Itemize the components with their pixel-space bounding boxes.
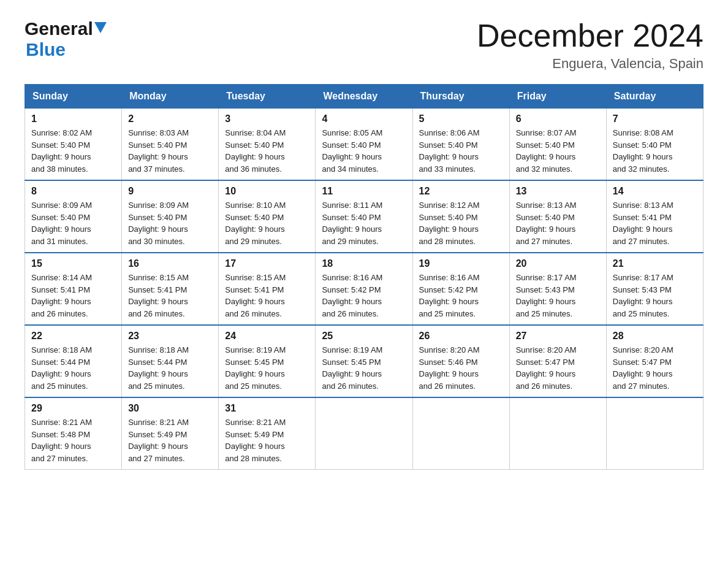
calendar-header: Sunday Monday Tuesday Wednesday Thursday… — [25, 85, 703, 109]
calendar-cell: 12Sunrise: 8:12 AMSunset: 5:40 PMDayligh… — [412, 180, 509, 253]
calendar-cell: 7Sunrise: 8:08 AMSunset: 5:40 PMDaylight… — [606, 109, 703, 181]
calendar-cell: 5Sunrise: 8:06 AMSunset: 5:40 PMDaylight… — [412, 109, 509, 181]
title-area: December 2024 Enguera, Valencia, Spain — [477, 18, 703, 72]
day-info: Sunrise: 8:20 AMSunset: 5:46 PMDaylight:… — [419, 344, 503, 392]
day-number: 17 — [225, 258, 309, 269]
day-number: 27 — [516, 331, 600, 342]
calendar-cell: 19Sunrise: 8:16 AMSunset: 5:42 PMDayligh… — [412, 253, 509, 325]
calendar-cell: 29Sunrise: 8:21 AMSunset: 5:48 PMDayligh… — [25, 397, 122, 470]
calendar-cell: 11Sunrise: 8:11 AMSunset: 5:40 PMDayligh… — [316, 180, 412, 253]
day-number: 16 — [128, 258, 212, 269]
logo-arrow-icon — [94, 22, 107, 36]
calendar-cell: 17Sunrise: 8:15 AMSunset: 5:41 PMDayligh… — [219, 253, 316, 325]
calendar-cell — [606, 397, 703, 470]
day-number: 12 — [419, 186, 503, 197]
logo-blue-text: Blue — [26, 39, 66, 60]
day-number: 15 — [31, 258, 115, 269]
day-info: Sunrise: 8:18 AMSunset: 5:44 PMDaylight:… — [31, 344, 115, 392]
day-number: 1 — [31, 113, 115, 124]
col-wednesday: Wednesday — [316, 85, 412, 109]
day-info: Sunrise: 8:21 AMSunset: 5:48 PMDaylight:… — [31, 416, 115, 464]
calendar-cell: 27Sunrise: 8:20 AMSunset: 5:47 PMDayligh… — [509, 325, 606, 397]
day-number: 11 — [322, 186, 406, 197]
day-number: 20 — [516, 258, 600, 269]
day-info: Sunrise: 8:15 AMSunset: 5:41 PMDaylight:… — [128, 272, 212, 320]
day-info: Sunrise: 8:16 AMSunset: 5:42 PMDaylight:… — [419, 272, 503, 320]
day-number: 23 — [128, 331, 212, 342]
day-info: Sunrise: 8:16 AMSunset: 5:42 PMDaylight:… — [322, 272, 406, 320]
day-number: 31 — [225, 403, 309, 414]
calendar-cell: 24Sunrise: 8:19 AMSunset: 5:45 PMDayligh… — [219, 325, 316, 397]
day-info: Sunrise: 8:14 AMSunset: 5:41 PMDaylight:… — [31, 272, 115, 320]
calendar-cell: 4Sunrise: 8:05 AMSunset: 5:40 PMDaylight… — [316, 109, 412, 181]
day-number: 6 — [516, 113, 600, 124]
location-subtitle: Enguera, Valencia, Spain — [477, 56, 703, 72]
calendar-cell: 3Sunrise: 8:04 AMSunset: 5:40 PMDaylight… — [219, 109, 316, 181]
calendar-week-3: 15Sunrise: 8:14 AMSunset: 5:41 PMDayligh… — [25, 253, 703, 325]
header-row: Sunday Monday Tuesday Wednesday Thursday… — [25, 85, 703, 109]
col-tuesday: Tuesday — [219, 85, 316, 109]
day-number: 29 — [31, 403, 115, 414]
day-number: 2 — [128, 113, 212, 124]
col-friday: Friday — [509, 85, 606, 109]
day-info: Sunrise: 8:02 AMSunset: 5:40 PMDaylight:… — [31, 127, 115, 175]
svg-marker-0 — [94, 22, 107, 33]
calendar-cell: 10Sunrise: 8:10 AMSunset: 5:40 PMDayligh… — [219, 180, 316, 253]
day-info: Sunrise: 8:18 AMSunset: 5:44 PMDaylight:… — [128, 344, 212, 392]
calendar-cell: 23Sunrise: 8:18 AMSunset: 5:44 PMDayligh… — [122, 325, 219, 397]
month-title: December 2024 — [477, 18, 703, 53]
day-info: Sunrise: 8:12 AMSunset: 5:40 PMDaylight:… — [419, 199, 503, 247]
day-number: 26 — [419, 331, 503, 342]
day-number: 4 — [322, 113, 406, 124]
calendar-cell: 30Sunrise: 8:21 AMSunset: 5:49 PMDayligh… — [122, 397, 219, 470]
calendar-cell: 9Sunrise: 8:09 AMSunset: 5:40 PMDaylight… — [122, 180, 219, 253]
logo-general-text: General — [25, 18, 93, 39]
day-number: 8 — [31, 186, 115, 197]
calendar-cell: 22Sunrise: 8:18 AMSunset: 5:44 PMDayligh… — [25, 325, 122, 397]
calendar-table: Sunday Monday Tuesday Wednesday Thursday… — [25, 84, 703, 470]
calendar-cell — [509, 397, 606, 470]
page-header: General Blue December 2024 Enguera, Vale… — [25, 18, 703, 72]
day-info: Sunrise: 8:08 AMSunset: 5:40 PMDaylight:… — [613, 127, 697, 175]
day-info: Sunrise: 8:21 AMSunset: 5:49 PMDaylight:… — [128, 416, 212, 464]
calendar-week-2: 8Sunrise: 8:09 AMSunset: 5:40 PMDaylight… — [25, 180, 703, 253]
calendar-cell: 8Sunrise: 8:09 AMSunset: 5:40 PMDaylight… — [25, 180, 122, 253]
day-number: 21 — [613, 258, 697, 269]
calendar-cell: 18Sunrise: 8:16 AMSunset: 5:42 PMDayligh… — [316, 253, 412, 325]
day-info: Sunrise: 8:11 AMSunset: 5:40 PMDaylight:… — [322, 199, 406, 247]
day-number: 14 — [613, 186, 697, 197]
day-info: Sunrise: 8:19 AMSunset: 5:45 PMDaylight:… — [322, 344, 406, 392]
calendar-cell — [316, 397, 412, 470]
day-number: 3 — [225, 113, 309, 124]
calendar-cell: 31Sunrise: 8:21 AMSunset: 5:49 PMDayligh… — [219, 397, 316, 470]
day-info: Sunrise: 8:03 AMSunset: 5:40 PMDaylight:… — [128, 127, 212, 175]
day-info: Sunrise: 8:09 AMSunset: 5:40 PMDaylight:… — [128, 199, 212, 247]
calendar-cell: 6Sunrise: 8:07 AMSunset: 5:40 PMDaylight… — [509, 109, 606, 181]
day-info: Sunrise: 8:15 AMSunset: 5:41 PMDaylight:… — [225, 272, 309, 320]
col-sunday: Sunday — [25, 85, 122, 109]
calendar-cell: 16Sunrise: 8:15 AMSunset: 5:41 PMDayligh… — [122, 253, 219, 325]
calendar-cell — [412, 397, 509, 470]
calendar-cell: 25Sunrise: 8:19 AMSunset: 5:45 PMDayligh… — [316, 325, 412, 397]
day-number: 22 — [31, 331, 115, 342]
day-info: Sunrise: 8:06 AMSunset: 5:40 PMDaylight:… — [419, 127, 503, 175]
day-number: 30 — [128, 403, 212, 414]
logo: General Blue — [25, 18, 107, 60]
day-info: Sunrise: 8:10 AMSunset: 5:40 PMDaylight:… — [225, 199, 309, 247]
day-info: Sunrise: 8:09 AMSunset: 5:40 PMDaylight:… — [31, 199, 115, 247]
calendar-body: 1Sunrise: 8:02 AMSunset: 5:40 PMDaylight… — [25, 109, 703, 470]
day-info: Sunrise: 8:13 AMSunset: 5:40 PMDaylight:… — [516, 199, 600, 247]
day-number: 9 — [128, 186, 212, 197]
day-info: Sunrise: 8:05 AMSunset: 5:40 PMDaylight:… — [322, 127, 406, 175]
day-number: 10 — [225, 186, 309, 197]
calendar-cell: 13Sunrise: 8:13 AMSunset: 5:40 PMDayligh… — [509, 180, 606, 253]
day-number: 5 — [419, 113, 503, 124]
day-number: 7 — [613, 113, 697, 124]
col-saturday: Saturday — [606, 85, 703, 109]
calendar-cell: 26Sunrise: 8:20 AMSunset: 5:46 PMDayligh… — [412, 325, 509, 397]
calendar-cell: 2Sunrise: 8:03 AMSunset: 5:40 PMDaylight… — [122, 109, 219, 181]
day-info: Sunrise: 8:19 AMSunset: 5:45 PMDaylight:… — [225, 344, 309, 392]
calendar-week-1: 1Sunrise: 8:02 AMSunset: 5:40 PMDaylight… — [25, 109, 703, 181]
calendar-cell: 1Sunrise: 8:02 AMSunset: 5:40 PMDaylight… — [25, 109, 122, 181]
day-number: 13 — [516, 186, 600, 197]
